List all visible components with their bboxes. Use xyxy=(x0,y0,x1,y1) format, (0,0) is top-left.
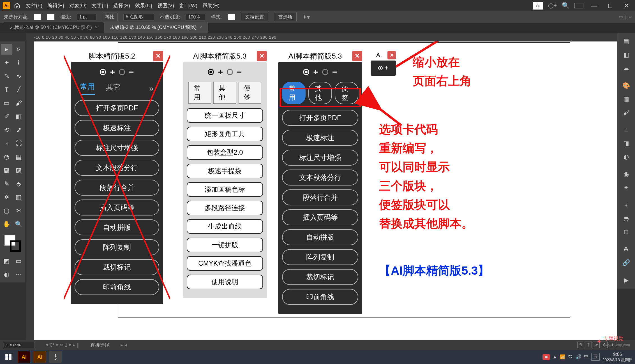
graphic-styles-icon[interactable]: ✦ xyxy=(620,182,632,193)
wand-tool-icon[interactable]: ✦ xyxy=(1,57,12,68)
workspace-switcher-icon[interactable] xyxy=(574,3,583,8)
tab-common[interactable]: 常用 xyxy=(80,82,95,95)
menu-edit[interactable]: 编辑(E) xyxy=(47,2,64,9)
zoom-tool-icon[interactable]: 🔍 xyxy=(13,219,24,230)
tray-ime-icon[interactable]: 中 xyxy=(584,354,588,360)
script-button[interactable]: 打开多页PDF xyxy=(282,110,358,126)
transparency-panel-icon[interactable]: ◐ xyxy=(620,151,632,163)
menu-help[interactable]: 帮助(H) xyxy=(202,2,220,9)
tray-pin-icon[interactable]: ⏺ xyxy=(542,354,550,360)
blend-tool-icon[interactable]: ⬘ xyxy=(13,178,24,189)
panel-collapse-icon[interactable]: ▭ ‖ ≡ xyxy=(619,14,631,20)
zoom-input[interactable] xyxy=(4,342,35,348)
menu-file[interactable]: 文件(F) xyxy=(26,2,42,9)
curvature-tool-icon[interactable]: ∿ xyxy=(13,71,24,82)
script-button[interactable]: 裁切标记 xyxy=(282,269,358,285)
fill-swatch[interactable] xyxy=(33,14,41,20)
menu-object[interactable]: 对象(O) xyxy=(69,2,87,9)
radio-off-icon[interactable] xyxy=(119,69,125,75)
close-button[interactable]: ✕ xyxy=(621,2,632,10)
appearance-panel-icon[interactable]: ◉ xyxy=(620,169,632,180)
script-button[interactable]: 标注尺寸增强 xyxy=(282,150,358,166)
brush-tool-icon[interactable]: 🖌 xyxy=(13,98,24,109)
script-button[interactable]: 段落行合并 xyxy=(282,189,358,205)
graph-tool-icon[interactable]: ▥ xyxy=(13,192,24,203)
script-button[interactable]: 矩形圆角工具 xyxy=(187,127,263,141)
layers-panel-icon[interactable]: ◧ xyxy=(620,49,632,61)
radio-off-icon[interactable] xyxy=(227,69,233,75)
selection-tool-icon[interactable]: ▸ xyxy=(1,44,12,55)
tab-common[interactable]: 常用 xyxy=(188,82,211,104)
close-icon[interactable]: × xyxy=(199,25,202,30)
script-button[interactable]: 自动拼版 xyxy=(282,229,358,245)
script-button[interactable]: 段落行合并 xyxy=(75,180,159,196)
canvas[interactable]: 脚本精简版5.2 ✕ + − 常用 其它 » 打开多页PDF极速标注标注尺寸增强… xyxy=(34,41,617,350)
script-button[interactable]: 阵列复制 xyxy=(282,249,358,265)
script-button[interactable]: 多段路径连接 xyxy=(187,201,263,215)
radio-on-icon[interactable] xyxy=(378,66,383,70)
artboard-tool-icon[interactable]: ▢ xyxy=(1,205,12,216)
menu-view[interactable]: 视图(V) xyxy=(157,2,174,9)
script-button[interactable]: 统一画板尺寸 xyxy=(187,108,263,123)
script-button[interactable]: 印前角线 xyxy=(75,279,159,295)
width-tool-icon[interactable]: ⫞ xyxy=(1,138,12,149)
task-ai-2[interactable]: Ai xyxy=(34,351,46,363)
stroke-swatch[interactable] xyxy=(47,14,55,20)
libraries-panel-icon[interactable]: ☁ xyxy=(620,63,632,74)
fill-stroke-control[interactable] xyxy=(4,235,21,252)
line-tool-icon[interactable]: ╱ xyxy=(13,84,24,95)
pathfinder-panel-icon[interactable]: ◓ xyxy=(620,213,632,224)
gradient-panel-icon[interactable]: ◨ xyxy=(620,138,632,149)
edit-toolbar-icon[interactable]: ⋯ xyxy=(13,269,24,280)
eraser-tool-icon[interactable]: ◧ xyxy=(13,111,24,122)
stroke-panel-icon[interactable]: ≡ xyxy=(620,124,632,136)
direct-select-tool-icon[interactable]: ▹ xyxy=(13,44,24,55)
close-button[interactable]: ✕ xyxy=(387,51,396,59)
slice-tool-icon[interactable]: ✂ xyxy=(13,205,24,216)
actions-panel-icon[interactable]: ▶ xyxy=(620,275,632,286)
radio-on-icon[interactable] xyxy=(208,69,214,75)
search-icon[interactable]: 🔍 xyxy=(562,2,569,9)
scale-tool-icon[interactable]: ⤢ xyxy=(13,124,24,136)
free-transform-icon[interactable]: ⛶ xyxy=(13,138,24,149)
tray-icon[interactable]: ▲ xyxy=(553,354,557,360)
pen-tool-icon[interactable]: ✎ xyxy=(1,71,12,82)
script-button[interactable]: 极速手提袋 xyxy=(187,164,263,178)
script-button[interactable]: CMYK查找潘通色 xyxy=(187,256,263,271)
stroke-width-input[interactable] xyxy=(77,14,96,20)
tray-icon[interactable]: 🔊 xyxy=(576,354,581,360)
script-button[interactable]: 一键拼版 xyxy=(187,238,263,252)
radio-off-icon[interactable] xyxy=(322,69,328,75)
doc-tab-2[interactable]: 未标题-2 @ 110.65 % (CMYK/CPU 预览)× xyxy=(104,22,208,33)
task-ai-1[interactable]: Ai xyxy=(18,351,30,363)
script-button[interactable]: 生成出血线 xyxy=(187,219,263,234)
script-button[interactable]: 插入页码等 xyxy=(75,200,159,215)
close-icon[interactable]: × xyxy=(95,25,98,30)
close-button[interactable]: ✕ xyxy=(153,51,163,61)
script-button[interactable]: 标注尺寸增强 xyxy=(75,140,159,156)
screen-mode-icon[interactable]: ▭ xyxy=(13,256,24,267)
doc-settings-button[interactable]: 文档设置 xyxy=(241,13,268,21)
menu-window[interactable]: 窗口(W) xyxy=(179,2,197,9)
tab-other[interactable]: 其他 xyxy=(213,82,236,104)
tab-notes[interactable]: 便签 xyxy=(239,82,261,104)
script-button[interactable]: 极速标注 xyxy=(75,120,159,136)
script-button[interactable]: 自动拼版 xyxy=(75,219,159,235)
swatches-panel-icon[interactable]: ▦ xyxy=(620,94,632,105)
brushes-panel-icon[interactable]: 🖌 xyxy=(620,107,632,118)
script-button[interactable]: 打开多页PDF xyxy=(75,100,159,116)
symbols-panel-icon[interactable]: ☘ xyxy=(620,244,632,255)
scale-uniform[interactable]: 等比 xyxy=(102,13,118,21)
color-mode-icon[interactable]: ◩ xyxy=(1,256,12,267)
circle-plus-icon[interactable]: ◯+ xyxy=(548,3,557,9)
script-button[interactable]: 文本段落分行 xyxy=(75,160,159,176)
radio-on-icon[interactable] xyxy=(100,69,106,75)
home-icon[interactable] xyxy=(13,2,21,9)
eyedropper-tool-icon[interactable]: ✎ xyxy=(1,178,12,189)
close-button[interactable]: ✕ xyxy=(257,51,267,61)
minimize-button[interactable]: — xyxy=(588,2,600,10)
pin-icon[interactable]: ✦▾ xyxy=(302,14,310,20)
script-button[interactable]: 插入页码等 xyxy=(282,209,358,225)
script-button[interactable]: 包装盒型2.0 xyxy=(187,145,263,160)
draw-mode-icon[interactable]: ◐ xyxy=(1,269,12,280)
